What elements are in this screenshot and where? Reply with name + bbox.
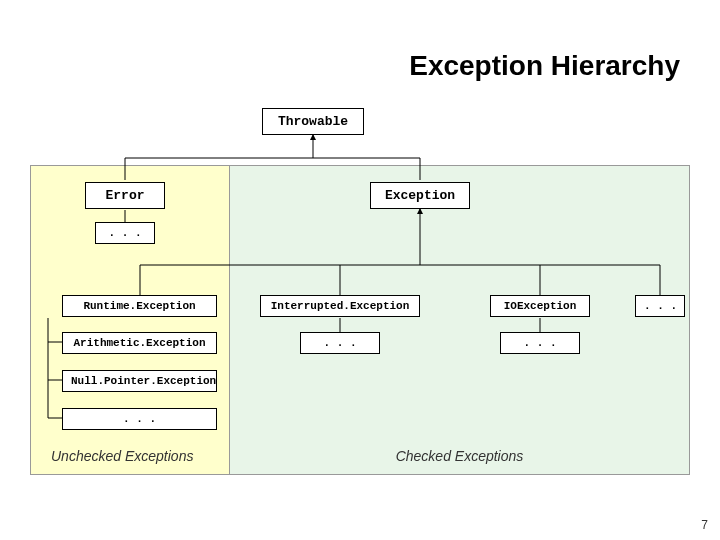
node-runtime: Runtime.Exception xyxy=(62,295,217,317)
node-arithmetic: Arithmetic.Exception xyxy=(62,332,217,354)
node-error: Error xyxy=(85,182,165,209)
unchecked-label: Unchecked Exceptions xyxy=(51,448,193,464)
node-throwable: Throwable xyxy=(262,108,364,135)
node-error-ellipsis: . . . xyxy=(95,222,155,244)
checked-label: Checked Exceptions xyxy=(396,448,524,464)
node-ioexception-ellipsis: . . . xyxy=(500,332,580,354)
slide-title: Exception Hierarchy xyxy=(0,50,680,82)
node-nullpointer: Null.Pointer.Exception xyxy=(62,370,217,392)
node-runtime-ellipsis: . . . xyxy=(62,408,217,430)
checked-region: Checked Exceptions xyxy=(230,165,690,475)
node-interrupted-ellipsis: . . . xyxy=(300,332,380,354)
node-interrupted: Interrupted.Exception xyxy=(260,295,420,317)
node-ioexception: IOException xyxy=(490,295,590,317)
node-exception-ellipsis: . . . xyxy=(635,295,685,317)
node-exception: Exception xyxy=(370,182,470,209)
page-number: 7 xyxy=(701,518,708,532)
